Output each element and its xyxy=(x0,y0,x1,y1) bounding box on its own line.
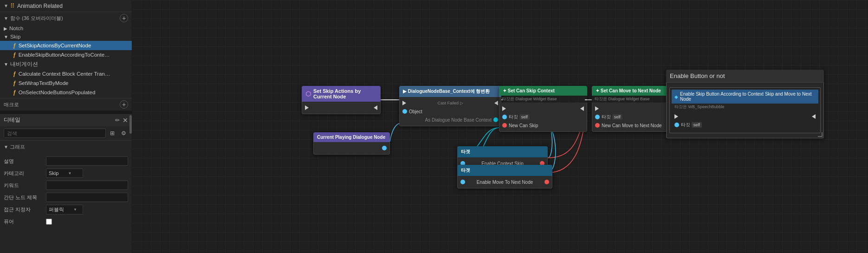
access-value: 퍼블릭 xyxy=(49,206,64,213)
inner-diamond-icon: ◆ xyxy=(674,94,678,99)
node-set-skip-body xyxy=(302,102,381,114)
field-row-short-title: 간단 노드 제목 xyxy=(0,191,132,203)
tree-item-set-wrap[interactable]: ƒ SetWrapTextByMode xyxy=(0,78,132,88)
cast-object-label: Object xyxy=(409,109,422,114)
main-canvas: ⬡ Set Skip Actions by Current Node ▶ Dia… xyxy=(132,0,868,253)
functions-arrow-icon: ▼ xyxy=(4,16,8,21)
cast-exec-out xyxy=(494,101,498,105)
left-scrollbar-thumb xyxy=(130,115,132,134)
field-row-pure: 퓨어 xyxy=(0,216,132,227)
tree-item-set-skip[interactable]: ƒ SetSkipActionsByCurrentNode xyxy=(0,41,132,50)
move-next-title: 타겟 xyxy=(461,167,470,174)
detail-title: 디테일 xyxy=(4,116,20,124)
field-row-access: 접근 지정자 퍼블릭 ▼ xyxy=(0,203,132,216)
cast-exec-row: Cast Failed ▷ xyxy=(400,99,501,107)
function-icon: ƒ xyxy=(13,42,16,49)
short-title-input[interactable] xyxy=(46,193,128,202)
list-view-button[interactable]: ⊞ xyxy=(108,129,117,138)
current-playing-body xyxy=(313,142,390,155)
pure-label: 퓨어 xyxy=(4,218,43,225)
function-icon-4: ƒ xyxy=(13,80,16,86)
notch-label: Notch xyxy=(9,26,23,31)
calc-context-label: Calculate Context Block Center Translati… xyxy=(19,71,111,77)
add-macro-button[interactable]: + xyxy=(120,100,128,109)
add-function-button[interactable]: + xyxy=(120,14,128,22)
set-skip-node-title: Set Skip Actions by Current Node xyxy=(313,88,377,99)
move-next-out-pin xyxy=(544,180,549,184)
skip-arrow-icon: ▼ xyxy=(4,34,8,39)
inner-target-row: 타깃 self xyxy=(672,121,818,129)
keywords-label: 키워드 xyxy=(4,182,43,189)
set-move-title: ✦ Set Can Move to Next Node xyxy=(596,88,661,93)
detail-close-button[interactable]: ✕ xyxy=(123,117,128,124)
function-icon-2: ƒ xyxy=(13,52,16,58)
description-input[interactable] xyxy=(46,156,128,166)
new-can-move-pin xyxy=(595,123,600,128)
move-next-header: 타겟 xyxy=(457,165,552,176)
cast-as-row: As Dialogue Node Base Context xyxy=(400,116,501,124)
access-label: 접근 지정자 xyxy=(4,206,43,213)
tree-item-on-select[interactable]: ƒ OnSelectNodeButtonsPopulated xyxy=(0,88,132,97)
access-select[interactable]: 퍼블릭 ▼ xyxy=(46,205,83,214)
move-next-label: Enable Move To Next Node xyxy=(477,180,533,185)
category-label: 카테고리 xyxy=(4,170,43,177)
tree-item-calc-context[interactable]: ƒ Calculate Context Block Center Transla… xyxy=(0,69,132,78)
skip-exec-row xyxy=(499,104,587,113)
set-can-skip-subtitle: 타깃은 Dialogue Widget Base xyxy=(499,96,587,103)
nav-label: 내비게이션 xyxy=(10,61,38,68)
enable-skip-label: EnableSkipButtonAccordingToContextSkipAn… xyxy=(19,52,111,58)
current-playing-header: Current Playing Dialogue Node xyxy=(313,132,390,142)
nav-section[interactable]: ▼ 내비게이션 xyxy=(0,59,132,69)
inner-node-pins: 타깃 self xyxy=(672,110,818,131)
field-row-category: 카테고리 Skip ▼ xyxy=(0,167,132,179)
graph-arrow-icon: ▼ xyxy=(4,144,8,149)
skip-target-pin xyxy=(502,115,507,119)
move-target-pin xyxy=(595,115,600,119)
chevron-down-icon: ▼ xyxy=(68,171,71,175)
resize-handle[interactable] xyxy=(818,132,823,137)
category-value: Skip xyxy=(49,170,58,176)
enable-btn-body: ◆ Enable Skip Button According to Contex… xyxy=(666,83,824,138)
category-select[interactable]: Skip ▼ xyxy=(46,169,83,178)
current-playing-title: Current Playing Dialogue Node xyxy=(317,135,385,140)
set-can-skip-header: ✦ Set Can Skip Context xyxy=(499,86,587,96)
inner-exec-in xyxy=(674,114,678,119)
node-move-next: 타겟 Enable Move To Next Node xyxy=(457,165,552,188)
pure-checkbox[interactable] xyxy=(46,219,52,225)
inner-exec-out xyxy=(812,114,816,119)
on-select-label: OnSelectNodeButtonsPopulated xyxy=(19,90,96,95)
node-set-skip: ⬡ Set Skip Actions by Current Node xyxy=(302,86,381,114)
inner-target-label: 타깃 self xyxy=(681,122,702,128)
new-can-move-label: New Can Move to Next Node xyxy=(602,123,662,128)
node-set-can-skip: ✦ Set Can Skip Context 타깃은 Dialogue Widg… xyxy=(499,86,587,132)
macro-label: 매크로 xyxy=(4,101,19,108)
skip-section[interactable]: ▼ Skip xyxy=(0,32,132,41)
graph-label: ▼ 그래프 xyxy=(4,143,128,150)
skip-target-row: 타깃 self xyxy=(499,113,587,121)
function-icon-3: ƒ xyxy=(13,71,16,77)
inner-node-subtitle: 타깃은 WB_SpeechBubble xyxy=(672,104,818,110)
short-title-label: 간단 노드 제목 xyxy=(4,194,43,201)
current-playing-pin-row xyxy=(314,144,389,152)
skip-target-label: 타깃 self xyxy=(509,114,530,120)
current-playing-out-pin xyxy=(382,146,387,150)
notch-section[interactable]: ▶ Notch xyxy=(0,24,132,32)
inner-node-title: Enable Skip Button According to Context … xyxy=(680,91,816,102)
nav-arrow-icon: ▼ xyxy=(4,62,8,67)
node-cast-body: Cast Failed ▷ Object As Dialogue Node Ba… xyxy=(399,97,501,126)
inner-target-pin xyxy=(674,123,679,127)
field-row-description: 설명 xyxy=(0,155,132,167)
cast-exec-in xyxy=(402,101,406,105)
animation-related-section[interactable]: ▼ ⠿ Animation Related xyxy=(0,0,132,12)
pencil-icon: ✏ xyxy=(115,117,120,123)
inner-exec-row xyxy=(672,112,818,121)
graph-section: ▼ 그래프 xyxy=(0,141,132,155)
search-input[interactable] xyxy=(4,129,106,138)
keywords-input[interactable] xyxy=(46,181,128,190)
skip-label: Skip xyxy=(10,34,20,39)
settings-button[interactable]: ⚙ xyxy=(119,129,128,138)
new-can-skip-label: New Can Skip xyxy=(509,123,538,128)
tree-item-enable-skip[interactable]: ƒ EnableSkipButtonAccordingToContextSkip… xyxy=(0,50,132,59)
move-next-body: Enable Move To Next Node xyxy=(457,176,552,188)
animation-arrow-icon: ▼ xyxy=(4,3,8,8)
